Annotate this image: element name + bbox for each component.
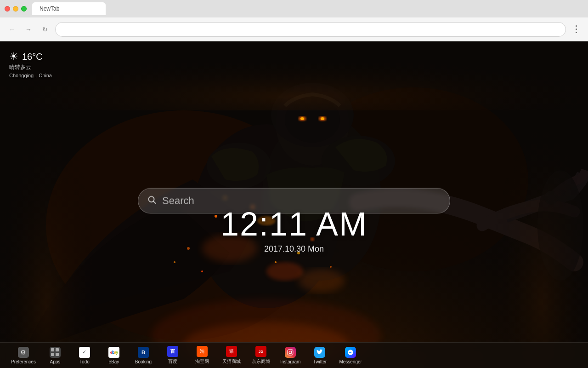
taobao-icon: 淘 (197, 346, 208, 357)
svg-point-40 (291, 350, 292, 351)
svg-point-39 (289, 351, 292, 354)
svg-point-25 (330, 266, 332, 268)
baidu-icon: 百 (167, 346, 178, 357)
weather-widget: ☀ 16°C 晴转多云 Chongqing，China (9, 51, 52, 79)
preferences-icon: ⚙ (18, 347, 29, 358)
svg-point-19 (215, 215, 217, 218)
weather-icon: ☀ (9, 51, 18, 63)
dock-item-tmall[interactable]: 猫 天猫商城 (218, 344, 245, 367)
messenger-icon (345, 347, 356, 358)
jd-icon: JD (255, 346, 266, 357)
svg-point-12 (321, 117, 324, 120)
clock-time: 12:11 AM (220, 207, 368, 240)
twitter-icon (314, 347, 325, 358)
title-bar: NewTab (0, 0, 588, 17)
weather-temperature: 16°C (22, 52, 43, 62)
tmall-label: 天猫商城 (222, 358, 241, 365)
instagram-label: Instagram (280, 359, 300, 364)
browser-tab[interactable]: NewTab (32, 2, 106, 15)
weather-location: Chongqing，China (9, 72, 52, 79)
dock-item-todo[interactable]: ✓ Todo (71, 345, 98, 366)
svg-rect-38 (288, 350, 293, 355)
svg-point-28 (187, 247, 190, 250)
booking-label: Booking (135, 359, 152, 364)
apps-label: Apps (50, 359, 61, 364)
tmall-icon: 猫 (226, 346, 237, 357)
svg-point-27 (201, 270, 203, 272)
forward-button[interactable]: → (22, 23, 35, 36)
svg-point-29 (174, 261, 175, 263)
twitter-label: Twitter (313, 359, 327, 364)
svg-point-11 (300, 117, 304, 120)
svg-rect-36 (0, 41, 588, 110)
traffic-lights (5, 6, 27, 12)
preferences-label: Preferences (11, 359, 36, 364)
svg-point-16 (266, 262, 303, 281)
svg-point-17 (299, 269, 345, 292)
refresh-button[interactable]: ↻ (39, 23, 51, 36)
dock-item-taobao[interactable]: 淘 淘宝网 (188, 344, 216, 367)
dock-item-ebay[interactable]: ebay eBay (100, 345, 128, 366)
url-bar[interactable] (55, 22, 566, 37)
instagram-icon (285, 347, 296, 358)
main-content: ☀ 16°C 晴转多云 Chongqing，China 12:11 AM 201… (0, 41, 588, 368)
dock: ⚙ Preferences Apps ✓ Todo ebay eBay B Bo… (0, 342, 588, 368)
messenger-label: Messenger (339, 359, 362, 364)
apps-icon (50, 347, 61, 358)
ebay-label: eBay (109, 359, 119, 364)
tab-title: NewTab (40, 6, 59, 12)
todo-icon: ✓ (79, 347, 90, 358)
dock-item-booking[interactable]: B Booking (130, 345, 157, 366)
clock-widget: 12:11 AM 2017.10.30 Mon (220, 207, 368, 253)
browser-chrome: NewTab ← → ↻ (0, 0, 588, 41)
taobao-label: 淘宝网 (195, 358, 209, 365)
search-icon (147, 195, 157, 207)
dock-item-preferences[interactable]: ⚙ Preferences (7, 345, 40, 366)
back-button[interactable]: ← (6, 23, 18, 36)
ebay-icon: ebay (108, 347, 119, 358)
dock-item-apps[interactable]: Apps (41, 345, 69, 366)
booking-icon: B (138, 347, 149, 358)
todo-label: Todo (79, 359, 90, 364)
dock-item-instagram[interactable]: Instagram (277, 345, 304, 366)
menu-button[interactable] (570, 23, 582, 36)
dock-item-messenger[interactable]: Messenger (335, 345, 365, 366)
minimize-button[interactable] (13, 6, 18, 12)
nav-bar: ← → ↻ (0, 17, 588, 41)
jd-label: 京东商城 (252, 358, 270, 365)
baidu-label: 百度 (168, 358, 177, 365)
weather-description: 晴转多云 (9, 63, 52, 71)
dock-item-twitter[interactable]: Twitter (306, 345, 334, 366)
maximize-button[interactable] (21, 6, 27, 12)
dock-item-jd[interactable]: JD 京东商城 (247, 344, 275, 367)
dock-item-baidu[interactable]: 百 百度 (159, 344, 187, 367)
clock-date: 2017.10.30 Mon (220, 244, 368, 253)
close-button[interactable] (5, 6, 10, 12)
svg-point-23 (275, 261, 277, 263)
